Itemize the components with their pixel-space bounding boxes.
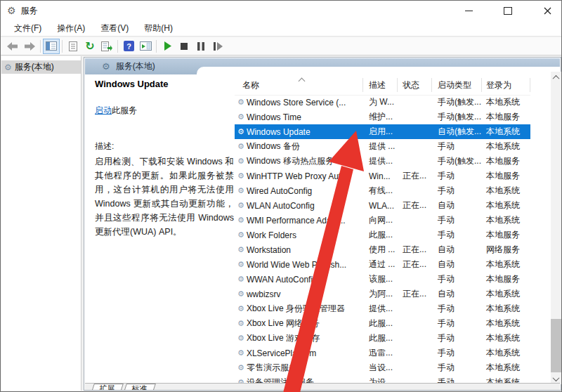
sort-asc-icon xyxy=(299,78,306,85)
menu-file[interactable]: 文件(F) xyxy=(6,20,49,37)
start-service-button[interactable] xyxy=(159,39,176,54)
service-gear-icon: ⚙ xyxy=(237,187,244,195)
menu-help[interactable]: 帮助(H) xyxy=(136,20,181,37)
service-gear-icon: ⚙ xyxy=(237,128,244,136)
service-logon-cell: 本地系统 xyxy=(482,259,530,270)
table-row[interactable]: ⚙WLAN AutoConfigWLA...正在...自动本地系统 xyxy=(235,198,530,213)
start-service-link[interactable]: 启动 xyxy=(95,105,112,115)
help-icon: ? xyxy=(124,41,134,51)
table-row[interactable]: ⚙Windows Store Service (...为 W...手动(触发..… xyxy=(235,95,530,110)
service-logon-cell: 本地服务 xyxy=(482,155,530,167)
toolbar-separator xyxy=(62,40,63,53)
service-startup-cell: 手动 xyxy=(432,229,482,241)
service-startup-cell: 手动 xyxy=(432,332,482,344)
service-name-cell: ⚙Xbox Live 网络服务 xyxy=(235,318,363,329)
tree-item-services-local[interactable]: ⚙ 服务(本地) xyxy=(1,60,81,74)
vertical-scrollbar[interactable] xyxy=(551,72,561,384)
table-row[interactable]: ⚙Workstation使用 ...正在...自动网络服务 xyxy=(235,242,530,257)
column-header-startup-type[interactable]: 启动类型 xyxy=(432,78,482,92)
table-row[interactable]: ⚙Windows Time维护...手动(触发...本地服务 xyxy=(235,110,530,124)
service-gear-icon: ⚙ xyxy=(237,202,244,209)
properties-button[interactable] xyxy=(65,39,81,54)
export-list-button[interactable] xyxy=(98,39,115,54)
table-row[interactable]: ⚙WinHTTP Web Proxy Aut...Win...正在...手动本地… xyxy=(235,169,530,183)
restart-service-button[interactable] xyxy=(209,39,226,54)
scroll-up-button[interactable] xyxy=(551,72,561,83)
title-bar: ⚙ 服务 xyxy=(1,1,561,20)
service-name: WWAN AutoConfig xyxy=(247,275,318,285)
service-name: wwbizsrv xyxy=(247,289,281,299)
service-startup-cell: 自动(触发... xyxy=(432,126,482,138)
close-button[interactable] xyxy=(540,4,554,18)
extended-detail-pane: Windows Update 启动此服务 描述: 启用检测、下载和安装 Wind… xyxy=(95,79,235,239)
selected-service-title: Windows Update xyxy=(95,79,235,89)
service-gear-icon: ⚙ xyxy=(237,216,244,224)
service-startup-cell: 自动 xyxy=(432,200,482,211)
tab-standard[interactable]: 标准 xyxy=(122,384,156,390)
table-row[interactable]: ⚙Wired AutoConfig有线...手动本地系统 xyxy=(235,183,530,198)
service-name: World Wide Web Publish... xyxy=(247,260,346,270)
service-desc-cell: 当设... xyxy=(363,362,398,374)
service-desc-cell: 通过 ... xyxy=(363,259,398,270)
table-row[interactable]: ⚙Xbox Live 身份验证管理器提供...手动本地系统 xyxy=(235,301,530,316)
help-button[interactable]: ? xyxy=(120,39,137,54)
description-text: 启用检测、下载和安装 Windows 和其他程序的更新。如果此服务被禁用，这台计… xyxy=(95,155,234,239)
service-desc-cell: 为阿... xyxy=(363,288,398,300)
table-row[interactable]: ⚙Xbox Live 网络服务此服...手动本地系统 xyxy=(235,316,530,331)
menu-bar: 文件(F) 操作(A) 查看(V) 帮助(H) xyxy=(1,20,561,37)
service-startup-cell: 手动 xyxy=(432,362,482,374)
table-row[interactable]: ⚙Windows 备份提供 ...手动本地系统 xyxy=(235,139,530,154)
back-button[interactable] xyxy=(4,39,21,54)
service-logon-cell: 本地系统 xyxy=(482,141,530,152)
menu-action[interactable]: 操作(A) xyxy=(49,20,93,37)
service-gear-icon: ⚙ xyxy=(237,349,244,357)
table-row[interactable]: ⚙WMI Performance Adapt...向网...手动本地系统 xyxy=(235,213,530,228)
action-pane-icon xyxy=(140,41,152,51)
service-desc-cell: 该服... xyxy=(363,273,398,285)
tab-extended[interactable]: 扩展 xyxy=(90,384,124,390)
service-name-cell: ⚙Windows 移动热点服务 xyxy=(235,155,363,167)
service-desc-cell: 启用... xyxy=(363,126,398,138)
service-logon-cell: 网络服务 xyxy=(482,244,530,256)
service-gear-icon: ⚙ xyxy=(237,231,244,239)
table-row[interactable]: ⚙WWAN AutoConfig该服...手动本地服务 xyxy=(235,272,530,287)
forward-button[interactable] xyxy=(21,39,38,54)
service-logon-cell: 本地服务 xyxy=(482,170,530,182)
refresh-button[interactable]: ↻ xyxy=(81,39,98,54)
console-tree-icon xyxy=(46,41,57,51)
service-gear-icon: ⚙ xyxy=(237,261,244,268)
toolbar-separator xyxy=(40,40,41,53)
service-name: Wired AutoConfig xyxy=(247,186,312,196)
service-name-cell: ⚙Windows Time xyxy=(235,112,363,122)
table-row[interactable]: ⚙World Wide Web Publish...通过 ...正在...自动本… xyxy=(235,257,530,272)
menu-view[interactable]: 查看(V) xyxy=(93,20,136,37)
table-row[interactable]: ⚙Windows Update启用...自动(触发...本地系统 xyxy=(235,124,530,139)
toolbar: ↻ ? xyxy=(1,37,561,55)
show-console-tree-button[interactable] xyxy=(43,39,60,54)
show-action-pane-button[interactable] xyxy=(137,39,154,54)
start-icon xyxy=(164,41,171,51)
scrollbar-thumb[interactable] xyxy=(551,319,561,372)
column-header-status[interactable]: 状态 xyxy=(398,78,432,92)
pause-service-button[interactable] xyxy=(192,39,209,54)
maximize-button[interactable] xyxy=(501,4,515,18)
service-name-cell: ⚙Workstation xyxy=(235,245,363,255)
column-header-description[interactable]: 描述 xyxy=(363,78,398,92)
table-row[interactable]: ⚙零售演示服务当设...手动本地系统 xyxy=(235,360,530,375)
table-row[interactable]: ⚙Windows 移动热点服务提供...手动(触发...本地服务 xyxy=(235,154,530,169)
service-status-cell: 正在... xyxy=(398,259,432,270)
minimize-button[interactable] xyxy=(462,4,476,18)
column-header-logon-as[interactable]: 登录为 xyxy=(482,78,530,92)
chevron-down-icon xyxy=(553,374,560,381)
stop-service-button[interactable] xyxy=(176,39,192,54)
column-header-name[interactable]: 名称 xyxy=(235,78,363,92)
service-startup-cell: 自动 xyxy=(432,259,482,270)
table-row[interactable]: ⚙XLServicePlatform迅雷...手动本地系统 xyxy=(235,346,530,360)
service-desc-cell: Win... xyxy=(363,171,398,181)
table-row[interactable]: ⚙wwbizsrv为阿...正在...自动本地系统 xyxy=(235,287,530,301)
properties-icon xyxy=(68,41,78,51)
service-name: Windows Time xyxy=(247,112,301,122)
service-desc-cell: 使用 ... xyxy=(363,244,398,256)
table-row[interactable]: ⚙Work Folders此服...手动本地服务 xyxy=(235,228,530,242)
table-row[interactable]: ⚙Xbox Live 游戏保存此服...手动本地系统 xyxy=(235,331,530,346)
